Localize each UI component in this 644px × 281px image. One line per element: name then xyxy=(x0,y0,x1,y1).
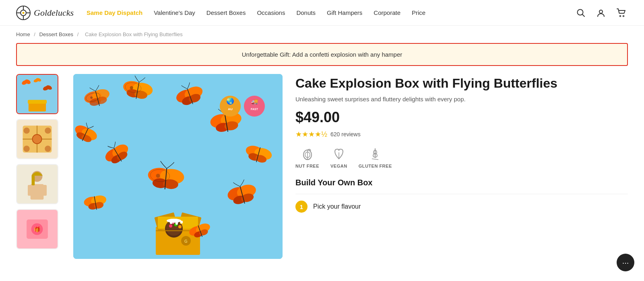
gluten-free-icon xyxy=(368,147,382,161)
svg-point-2 xyxy=(23,12,25,14)
svg-point-26 xyxy=(23,127,29,133)
thumbnail-1[interactable] xyxy=(16,74,58,114)
svg-point-29 xyxy=(45,146,51,152)
nav-valentines-day[interactable]: Valentine's Day xyxy=(154,9,195,16)
thumbnail-3[interactable] xyxy=(16,164,58,204)
account-button[interactable] xyxy=(595,7,607,19)
thumbnail-2[interactable] xyxy=(16,119,58,159)
product-reviews: ★★★★½ 620 reviews xyxy=(295,130,628,139)
thumbnail-1-image xyxy=(17,75,58,113)
vegan-label: VEGAN xyxy=(330,164,347,168)
svg-point-25 xyxy=(33,134,42,144)
gluten-free-label: GLUTEN FREE xyxy=(359,164,392,168)
svg-rect-34 xyxy=(41,185,47,196)
vegan-badge: VEGAN xyxy=(330,147,347,168)
main-image-svg: G 🌏 AU 🚚 FAST xyxy=(73,74,283,259)
svg-rect-110 xyxy=(170,221,172,224)
dietary-badges: NUT FREE VEGAN GLUTEN FREE xyxy=(295,147,628,168)
step-1-row[interactable]: 1 Pick your flavour xyxy=(295,194,628,219)
svg-point-10 xyxy=(620,15,621,16)
cart-icon xyxy=(617,8,626,17)
svg-rect-33 xyxy=(28,185,33,196)
search-icon xyxy=(576,8,585,17)
nav-corporate[interactable]: Corporate xyxy=(374,9,400,16)
nut-free-icon xyxy=(300,147,315,161)
logo-text: Goldelucks xyxy=(34,8,74,18)
thumbnail-2-image xyxy=(17,120,58,158)
banner-text: Unforgettable Gift: Add a confetti explo… xyxy=(242,51,402,58)
svg-point-105 xyxy=(178,225,182,228)
svg-rect-20 xyxy=(28,100,47,104)
svg-text:🚚: 🚚 xyxy=(251,98,258,105)
svg-rect-35 xyxy=(32,176,35,185)
product-info: Cake Explosion Box with Flying Butterfli… xyxy=(295,74,628,259)
chat-icon: ··· xyxy=(622,258,629,259)
vegan-icon xyxy=(332,147,346,161)
product-title: Cake Explosion Box with Flying Butterfli… xyxy=(295,76,628,91)
svg-rect-112 xyxy=(180,221,183,224)
thumbnail-4[interactable]: 🎁 xyxy=(16,209,58,249)
star-rating: ★★★★½ xyxy=(295,130,327,139)
thumbnail-4-image: 🎁 xyxy=(17,210,58,248)
site-header: Goldelucks Same Day Dispatch Valentine's… xyxy=(0,0,644,26)
svg-point-103 xyxy=(169,224,172,228)
main-content: 🎁 xyxy=(0,74,644,259)
cart-button[interactable] xyxy=(615,7,628,19)
nav-gift-hampers[interactable]: Gift Hampers xyxy=(327,9,362,16)
gluten-free-badge: GLUTEN FREE xyxy=(359,147,392,168)
nut-free-badge: NUT FREE xyxy=(295,147,319,168)
nav-price[interactable]: Price xyxy=(412,9,425,16)
reviews-count[interactable]: 620 reviews xyxy=(330,131,361,137)
nav-donuts[interactable]: Donuts xyxy=(296,9,316,16)
nav-dessert-boxes[interactable]: Dessert Boxes xyxy=(206,9,246,16)
svg-point-109 xyxy=(167,219,181,223)
svg-point-28 xyxy=(23,146,29,152)
promo-banner[interactable]: Unforgettable Gift: Add a confetti explo… xyxy=(16,43,628,66)
search-button[interactable] xyxy=(575,7,587,19)
account-icon xyxy=(597,8,605,17)
svg-point-9 xyxy=(599,10,603,13)
product-subtitle: Unleashing sweet surprises and fluttery … xyxy=(295,96,628,103)
svg-line-8 xyxy=(582,14,585,16)
svg-text:🌏: 🌏 xyxy=(226,97,234,105)
header-icons xyxy=(575,7,628,19)
svg-point-27 xyxy=(45,127,51,133)
build-section-title: Build Your Own Box xyxy=(295,178,628,187)
nav-occasions[interactable]: Occasions xyxy=(257,9,285,16)
main-nav: Same Day Dispatch Valentine's Day Desser… xyxy=(87,9,575,16)
breadcrumb-dessert-boxes[interactable]: Dessert Boxes xyxy=(39,31,74,37)
svg-line-131 xyxy=(372,159,378,160)
svg-rect-111 xyxy=(175,221,178,225)
step-1-label: Pick your flavour xyxy=(313,203,361,210)
svg-text:G: G xyxy=(184,239,188,244)
main-product-image: G 🌏 AU 🚚 FAST xyxy=(73,74,283,259)
logo-icon xyxy=(16,6,31,20)
product-thumbnails: 🎁 xyxy=(16,74,60,259)
thumbnail-3-image xyxy=(17,165,58,203)
breadcrumb-home[interactable]: Home xyxy=(16,31,30,37)
breadcrumb: Home / Dessert Boxes / Cake Explosion Bo… xyxy=(0,26,644,43)
svg-text:AU: AU xyxy=(228,107,233,111)
logo-link[interactable]: Goldelucks xyxy=(16,6,74,20)
product-price: $49.00 xyxy=(295,109,628,126)
breadcrumb-current: Cake Explosion Box with Flying Butterfli… xyxy=(85,31,183,37)
nut-free-label: NUT FREE xyxy=(295,164,319,168)
nav-same-day-dispatch[interactable]: Same Day Dispatch xyxy=(87,9,142,16)
step-1-number: 1 xyxy=(295,201,308,213)
svg-point-11 xyxy=(623,15,624,16)
svg-text:FAST: FAST xyxy=(251,108,258,111)
svg-text:🎁: 🎁 xyxy=(34,226,41,233)
